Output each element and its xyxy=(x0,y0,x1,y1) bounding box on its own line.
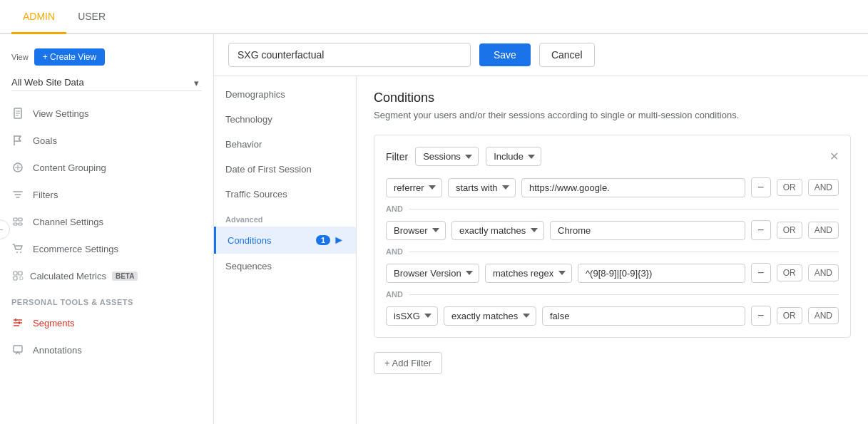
or-button-3[interactable]: OR xyxy=(777,264,802,281)
svg-rect-13 xyxy=(14,276,17,280)
segment-header: Save Cancel xyxy=(214,34,868,76)
operator-select-3[interactable]: matches regex xyxy=(485,264,572,283)
sidebar-item-content-grouping[interactable]: Content Grouping xyxy=(0,154,213,181)
or-button-2[interactable]: OR xyxy=(777,222,802,239)
conditions-menu-row: Conditions 1 ► xyxy=(228,234,344,247)
view-select-wrapper: All Web Site Data xyxy=(11,74,202,91)
conditions-title: Conditions xyxy=(374,91,851,105)
and-text-1: AND xyxy=(386,205,403,213)
menu-item-sequences[interactable]: Sequences xyxy=(214,254,356,279)
sidebar-item-segments[interactable]: Segments xyxy=(0,309,213,336)
conditions-label: Conditions xyxy=(228,235,271,246)
condition-row-4: isSXG exactly matches − OR AND xyxy=(386,306,839,326)
and-button-4[interactable]: AND xyxy=(808,307,839,324)
sidebar-item-label: Calculated Metrics xyxy=(30,271,106,281)
operator-select-1[interactable]: starts with xyxy=(448,178,516,197)
menu-item-behavior[interactable]: Behavior xyxy=(214,132,356,157)
svg-rect-20 xyxy=(14,346,22,352)
sidebar: ← View + Create View All Web Site Data V… xyxy=(0,34,214,424)
filter-close-icon[interactable]: ✕ xyxy=(829,150,839,163)
add-filter-button[interactable]: + Add Filter xyxy=(374,352,442,374)
filter-top-row: Filter Sessions Include ✕ xyxy=(386,147,839,166)
or-button-1[interactable]: OR xyxy=(777,179,802,196)
sidebar-item-goals[interactable]: Goals xyxy=(0,127,213,154)
minus-button-1[interactable]: − xyxy=(751,177,771,197)
value-input-1[interactable] xyxy=(521,178,745,197)
svg-rect-5 xyxy=(14,218,17,221)
and-rule-2 xyxy=(409,252,839,252)
field-select-4[interactable]: isSXG xyxy=(386,306,438,326)
right-panel: Conditions Segment your users and/or the… xyxy=(357,76,868,424)
operator-select-4[interactable]: exactly matches xyxy=(444,306,536,326)
field-select-1[interactable]: referrer xyxy=(386,178,442,197)
sidebar-item-label: Filters xyxy=(33,190,58,200)
and-text-2: AND xyxy=(386,247,403,256)
view-select-row: All Web Site Data xyxy=(0,71,213,100)
sidebar-item-annotations[interactable]: Annotations xyxy=(0,336,213,363)
conditions-subtitle: Segment your users and/or their sessions… xyxy=(374,110,851,120)
beta-badge: BETA xyxy=(112,272,138,281)
include-select[interactable]: Include xyxy=(486,147,541,166)
nav-admin[interactable]: ADMIN xyxy=(11,0,66,34)
and-button-3[interactable]: AND xyxy=(808,264,839,281)
field-select-3[interactable]: Browser Version xyxy=(386,264,479,283)
and-separator-3: AND xyxy=(386,290,839,299)
menu-item-date-first-session[interactable]: Date of First Session xyxy=(214,157,356,182)
sidebar-item-label: View Settings xyxy=(33,108,89,119)
menu-item-technology[interactable]: Technology xyxy=(214,107,356,132)
and-separator-2: AND xyxy=(386,247,839,256)
view-select[interactable]: All Web Site Data xyxy=(11,74,202,91)
value-input-2[interactable] xyxy=(550,221,745,240)
nav-user[interactable]: USER xyxy=(66,0,117,34)
sidebar-item-view-settings[interactable]: View Settings xyxy=(0,100,213,127)
content-area: Save Cancel Demographics Technology Beha… xyxy=(214,34,868,424)
top-nav: ADMIN USER xyxy=(0,0,868,34)
or-button-4[interactable]: OR xyxy=(777,307,802,324)
sidebar-nav: View Settings Goals Content Grouping xyxy=(0,100,213,363)
operator-select-2[interactable]: exactly matches xyxy=(451,221,544,240)
session-select[interactable]: Sessions xyxy=(415,147,479,166)
segment-name-input[interactable] xyxy=(228,43,471,67)
flag-icon xyxy=(11,134,24,147)
svg-rect-7 xyxy=(14,223,17,225)
cancel-button[interactable]: Cancel xyxy=(539,43,595,67)
minus-button-4[interactable]: − xyxy=(751,306,771,326)
and-rule-1 xyxy=(409,209,839,210)
calc-icon: D xyxy=(11,269,24,282)
condition-row-1: referrer starts with − OR AND xyxy=(386,177,839,197)
minus-button-2[interactable]: − xyxy=(751,220,771,240)
value-input-4[interactable] xyxy=(542,306,745,326)
sidebar-item-calculated-metrics[interactable]: D Calculated Metrics BETA xyxy=(0,262,213,289)
view-row: View + Create View xyxy=(0,43,213,71)
value-input-3[interactable] xyxy=(578,264,745,283)
sidebar-item-filters[interactable]: Filters xyxy=(0,181,213,208)
and-button-2[interactable]: AND xyxy=(808,222,839,239)
svg-rect-11 xyxy=(14,272,17,275)
and-separator-1: AND xyxy=(386,205,839,213)
and-rule-3 xyxy=(409,294,839,295)
content-panels: Demographics Technology Behavior Date of… xyxy=(214,76,868,424)
conditions-badge: 1 xyxy=(316,235,330,245)
svg-point-9 xyxy=(16,252,18,253)
menu-item-conditions[interactable]: Conditions 1 ► xyxy=(214,227,356,254)
view-label: View xyxy=(11,53,29,61)
create-view-button[interactable]: + Create View xyxy=(34,48,106,66)
save-button[interactable]: Save xyxy=(479,43,531,66)
svg-text:D: D xyxy=(19,275,24,281)
cart-icon xyxy=(11,242,24,255)
condition-row-3: Browser Version matches regex − OR AND xyxy=(386,263,839,283)
menu-item-traffic-sources[interactable]: Traffic Sources xyxy=(214,182,356,207)
sidebar-item-label: Ecommerce Settings xyxy=(33,244,118,254)
minus-button-3[interactable]: − xyxy=(751,263,771,283)
menu-item-demographics[interactable]: Demographics xyxy=(214,82,356,107)
and-button-1[interactable]: AND xyxy=(808,179,839,196)
field-select-2[interactable]: Browser xyxy=(386,221,446,240)
sidebar-item-ecommerce-settings[interactable]: Ecommerce Settings xyxy=(0,235,213,262)
sidebar-item-channel-settings[interactable]: Channel Settings xyxy=(0,208,213,235)
filter-box: Filter Sessions Include ✕ referrer xyxy=(374,135,851,338)
left-menu: Demographics Technology Behavior Date of… xyxy=(214,76,357,424)
arrow-right-icon: ► xyxy=(333,234,344,247)
sidebar-item-label: Content Grouping xyxy=(33,162,106,173)
svg-rect-6 xyxy=(19,218,22,221)
sidebar-item-label: Annotations xyxy=(33,345,82,356)
